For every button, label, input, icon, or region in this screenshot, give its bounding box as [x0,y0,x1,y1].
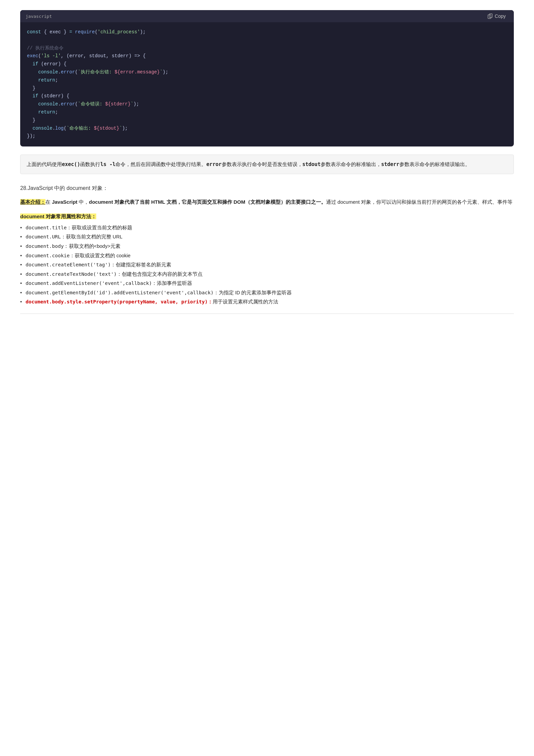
props-list: document.title：获取或设置当前文档的标题 document.URL… [20,223,514,307]
code-line-1: const { exec } = require('child_process'… [27,28,507,36]
code-line-8: } [27,85,507,93]
code-line-3: // 执行系统命令 [27,44,507,53]
code-header: javascript Copy [20,10,514,22]
code-line-4: exec('ls -l', (error, stdout, stderr) =>… [27,52,507,60]
code-line-5: if (error) { [27,60,507,68]
section-28-heading: 28.JavaScript 中的 document 对象： [20,185,108,191]
code-line-11: return; [27,108,507,117]
list-item: document.body：获取文档的<body>元素 [20,242,514,251]
list-item: document.createTextNode('text')：创建包含指定文本… [20,270,514,279]
section-divider [20,314,514,314]
intro-label: 基本介绍： [20,199,45,205]
code-line-2 [27,36,507,44]
list-item: document.title：获取或设置当前文档的标题 [20,223,514,233]
code-line-12: } [27,117,507,125]
code-language: javascript [26,14,52,19]
code-line-6: console.error(`执行命令出错: ${error.message}`… [27,68,507,76]
code-body: const { exec } = require('child_process'… [20,22,514,146]
copy-label: Copy [495,13,506,19]
code-line-13: console.log(`命令输出: ${stdout}`); [27,125,507,133]
list-item: document.body.style.setProperty(property… [20,297,514,307]
code-block: javascript Copy const { exec } = require… [20,10,514,146]
list-item: document.getElementById('id').addEventLi… [20,288,514,298]
list-item: document.URL：获取当前文档的完整 URL [20,232,514,242]
props-section: document 对象常用属性和方法： [20,213,514,220]
list-item: document.addEventListener('event',callba… [20,279,514,288]
props-heading: document 对象常用属性和方法： [20,213,96,219]
code-line-9: if (stderr) { [27,92,507,100]
intro-paragraph: 基本介绍：在 JavaScript 中，document 对象代表了当前 HTM… [20,197,514,207]
copy-icon [488,13,493,19]
copy-button[interactable]: Copy [485,13,508,20]
code-line-14: }); [27,132,507,140]
code-line-7: return; [27,76,507,85]
description-block: 上面的代码使用exec()函数执行ls -l命令，然后在回调函数中处理执行结果。… [20,155,514,174]
code-line-10: console.error(`命令错误: ${stderr}`); [27,100,507,108]
list-item: document.cookie：获取或设置文档的 cookie [20,251,514,261]
description-text: 上面的代码使用exec()函数执行ls -l命令，然后在回调函数中处理执行结果。… [27,161,470,167]
list-item: document.createElement('tag')：创建指定标签名的新元… [20,260,514,270]
